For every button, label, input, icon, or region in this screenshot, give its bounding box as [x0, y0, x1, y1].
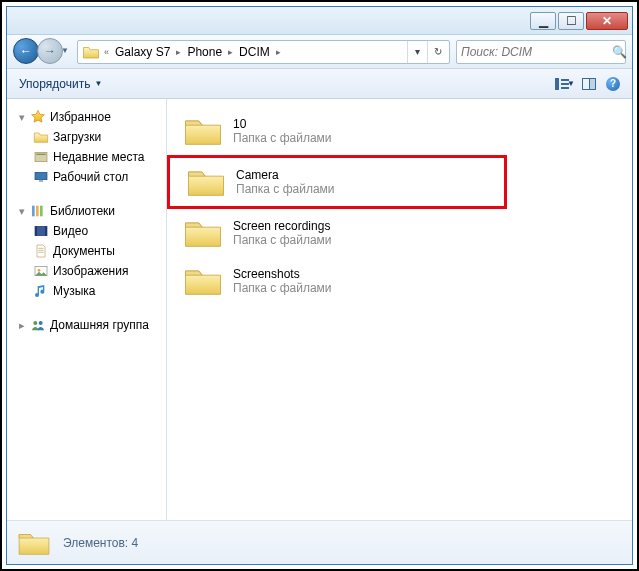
arrow-right-icon: → [44, 44, 56, 58]
chevron-right-icon[interactable]: ▸ [226, 47, 235, 57]
list-item[interactable]: Screen recordings Папка с файлами [167, 209, 507, 257]
back-button[interactable]: ← [13, 38, 39, 64]
image-icon [33, 263, 49, 279]
toolbar: Упорядочить ▼ ▼ ? [7, 69, 632, 99]
close-button[interactable]: ✕ [586, 12, 628, 30]
minimize-icon: ▁ [539, 14, 548, 28]
content-pane[interactable]: 10 Папка с файлами Camera Папка с файлам… [167, 99, 632, 520]
folder-icon [183, 263, 223, 299]
sidebar-item-recent[interactable]: Недавние места [11, 147, 162, 167]
minimize-button[interactable]: ▁ [530, 12, 556, 30]
expand-icon[interactable]: ▾ [17, 113, 26, 122]
sidebar-label: Изображения [53, 264, 128, 278]
chevron-right-icon[interactable]: ▸ [174, 47, 183, 57]
close-icon: ✕ [602, 14, 612, 28]
breadcrumb-dropdown[interactable]: ▾ [407, 41, 427, 63]
chevron-right-icon[interactable]: ▸ [274, 47, 283, 57]
svg-point-11 [38, 269, 41, 272]
sidebar-label: Видео [53, 224, 88, 238]
breadcrumb-part[interactable]: Phone [183, 45, 226, 59]
item-subtitle: Папка с файлами [233, 131, 332, 145]
sidebar-label: Рабочий стол [53, 170, 128, 184]
help-button[interactable]: ? [602, 73, 624, 95]
preview-pane-button[interactable] [578, 73, 600, 95]
sidebar-label: Загрузки [53, 130, 101, 144]
maximize-button[interactable]: ☐ [558, 12, 584, 30]
maximize-icon: ☐ [566, 14, 577, 28]
svg-rect-2 [35, 172, 47, 179]
sidebar-item-homegroup[interactable]: ▸ Домашняя группа [11, 315, 162, 335]
arrow-left-icon: ← [20, 44, 32, 58]
item-name: 10 [233, 117, 332, 131]
sidebar-item-music[interactable]: Музыка [11, 281, 162, 301]
sidebar-item-downloads[interactable]: Загрузки [11, 127, 162, 147]
organize-label: Упорядочить [19, 77, 90, 91]
svg-rect-1 [36, 154, 45, 155]
folder-icon [33, 129, 49, 145]
item-name: Screen recordings [233, 219, 332, 233]
sidebar-label: Избранное [50, 110, 111, 124]
list-item[interactable]: Screenshots Папка с файлами [167, 257, 507, 305]
breadcrumb-part[interactable]: DCIM [235, 45, 274, 59]
svg-point-13 [39, 321, 43, 325]
folder-icon [186, 164, 226, 200]
svg-rect-9 [45, 226, 47, 235]
sidebar-item-libraries[interactable]: ▾ Библиотеки [11, 201, 162, 221]
sidebar-label: Домашняя группа [50, 318, 149, 332]
folder-icon [17, 528, 51, 558]
breadcrumb[interactable]: « Galaxy S7 ▸ Phone ▸ DCIM ▸ ▾ ↻ [77, 40, 450, 64]
item-name: Screenshots [233, 267, 332, 281]
music-icon [33, 283, 49, 299]
nav-history-dropdown[interactable]: ▼ [61, 46, 69, 55]
breadcrumb-part[interactable]: Galaxy S7 [111, 45, 174, 59]
svg-rect-6 [40, 206, 43, 217]
tree-group-libraries: ▾ Библиотеки Видео Документы Изображения [11, 201, 162, 301]
tree-group-favorites: ▾ Избранное Загрузки Недавние места Ра [11, 107, 162, 187]
sidebar-label: Документы [53, 244, 115, 258]
sidebar-item-desktop[interactable]: Рабочий стол [11, 167, 162, 187]
sidebar: ▾ Избранное Загрузки Недавние места Ра [7, 99, 167, 520]
body: ▾ Избранное Загрузки Недавние места Ра [7, 99, 632, 520]
item-name: Camera [236, 168, 335, 182]
nav-buttons: ← → ▼ [13, 38, 71, 66]
view-options-button[interactable]: ▼ [554, 73, 576, 95]
sidebar-item-video[interactable]: Видео [11, 221, 162, 241]
sidebar-item-documents[interactable]: Документы [11, 241, 162, 261]
sidebar-label: Недавние места [53, 150, 144, 164]
expand-icon[interactable]: ▾ [17, 207, 26, 216]
item-subtitle: Папка с файлами [233, 233, 332, 247]
organize-button[interactable]: Упорядочить ▼ [15, 75, 106, 93]
list-item[interactable]: 10 Папка с файлами [167, 107, 507, 155]
expand-icon[interactable]: ▸ [17, 321, 26, 330]
desktop-icon [33, 169, 49, 185]
recent-icon [33, 149, 49, 165]
help-icon: ? [606, 77, 620, 91]
sidebar-item-images[interactable]: Изображения [11, 261, 162, 281]
homegroup-icon [30, 317, 46, 333]
explorer-window: ▁ ☐ ✕ ← → ▼ « Galaxy S7 ▸ Phone ▸ DCIM ▸… [6, 6, 633, 565]
list-item[interactable]: Camera Папка с файлами [167, 155, 507, 209]
item-subtitle: Папка с файлами [236, 182, 335, 196]
search-icon: 🔍 [612, 45, 627, 59]
breadcrumb-prefix: « [102, 47, 111, 57]
preview-pane-icon [582, 78, 596, 90]
svg-rect-8 [35, 226, 37, 235]
forward-button[interactable]: → [37, 38, 63, 64]
item-subtitle: Папка с файлами [233, 281, 332, 295]
folder-icon [183, 215, 223, 251]
svg-rect-5 [36, 206, 39, 217]
sidebar-label: Библиотеки [50, 204, 115, 218]
document-icon [33, 243, 49, 259]
refresh-button[interactable]: ↻ [427, 41, 447, 63]
status-text: Элементов: 4 [63, 536, 138, 550]
search-input[interactable] [461, 45, 612, 59]
titlebar: ▁ ☐ ✕ [7, 7, 632, 35]
search-box[interactable]: 🔍 [456, 40, 626, 64]
svg-point-12 [33, 321, 37, 325]
sidebar-item-favorites[interactable]: ▾ Избранное [11, 107, 162, 127]
svg-rect-4 [32, 206, 35, 217]
video-icon [33, 223, 49, 239]
sidebar-label: Музыка [53, 284, 95, 298]
chevron-down-icon: ▼ [94, 79, 102, 88]
star-icon [30, 109, 46, 125]
